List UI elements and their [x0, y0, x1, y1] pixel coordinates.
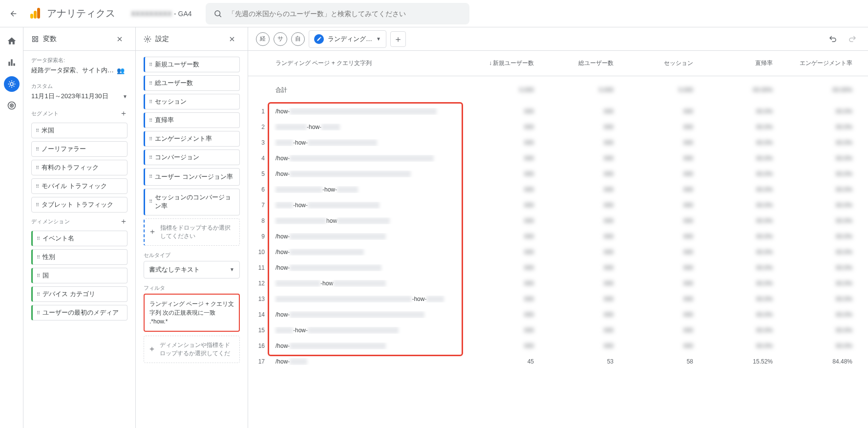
metric-chip[interactable]: ⠿セッション [144, 94, 240, 109]
drag-handle-icon: ⠿ [36, 202, 39, 208]
metric-chip[interactable]: ⠿新規ユーザー数 [144, 57, 240, 72]
add-segment-button[interactable]: ＋ [120, 108, 127, 119]
dimensions-label: ディメンション [31, 218, 70, 225]
segment-chip[interactable]: ⠿ノーリファラー [31, 141, 127, 157]
table-row: 2google-xxxx-how-to-xxxx00000000000.0%00… [248, 119, 868, 135]
svg-point-7 [11, 105, 12, 106]
table-row: 15xxxxxx-how-to-include-referrer-google-… [248, 322, 868, 338]
drag-handle-icon: ⠿ [149, 62, 152, 67]
filter-label: フィルタ [144, 284, 240, 292]
table-row: 3xxxxxx-how-to-analyze-twitter-analytics… [248, 135, 868, 150]
col-sessions[interactable]: セッション [621, 59, 701, 67]
exploration-name-label: データ探索名: [31, 57, 127, 64]
col-bounce-rate[interactable]: 直帰率 [701, 59, 781, 67]
segment-chip[interactable]: ⠿モバイル トラフィック [31, 178, 127, 194]
drag-handle-icon: ⠿ [37, 255, 40, 260]
close-settings-button[interactable] [224, 31, 240, 47]
caret-down-icon: ▼ [230, 267, 234, 272]
drag-handle-icon: ⠿ [149, 136, 152, 142]
dimension-chip[interactable]: ⠿国 [31, 268, 127, 283]
tab-free[interactable]: 自 [291, 32, 305, 46]
table-row: 14/how-to-set-up-and-use-a-prism-campaig… [248, 307, 868, 322]
drag-handle-icon: ⠿ [37, 273, 40, 278]
table-row: 10/how-to-find-page-views-source-in00000… [248, 244, 868, 260]
segment-chip[interactable]: ⠿米国 [31, 123, 127, 138]
table-row: 17/how-xxxxxx45535815.52%84.48% [248, 354, 868, 369]
variables-panel: 変数 データ探索名: 経路データ探索、サイト内… 👥 カスタム 11月1日～20… [23, 27, 136, 428]
svg-rect-9 [36, 36, 38, 38]
filter-condition[interactable]: ランディング ページ + クエリ文字列 次の正規表現に一致 .*how.* [144, 294, 240, 332]
col-total-users[interactable]: 総ユーザー数 [542, 59, 621, 67]
table-row: 9/how-to-use-search-function-of-google-a… [248, 229, 868, 244]
close-variables-button[interactable] [112, 31, 127, 47]
drag-handle-icon: ⠿ [37, 310, 40, 316]
drag-handle-icon: ⠿ [36, 147, 39, 152]
undo-button[interactable] [825, 31, 841, 47]
col-new-users[interactable]: 新規ユーザー数 [462, 59, 542, 67]
settings-panel: 設定 ⠿新規ユーザー数⠿総ユーザー数⠿セッション⠿直帰率⠿エンゲージメント率⠿コ… [136, 27, 248, 428]
search-box[interactable] [206, 3, 469, 24]
table-row: 11/how-to-use-the-yahoo-ads-management00… [248, 260, 868, 276]
property-name: XXXXXXXXX [131, 10, 172, 18]
variables-icon [31, 35, 39, 43]
dimension-chip[interactable]: ⠿イベント名 [31, 231, 127, 246]
add-dimension-button[interactable]: ＋ [120, 216, 127, 227]
metric-chip[interactable]: ⠿セッションのコンバージョン率 [144, 189, 240, 215]
tab-path[interactable]: 経 [256, 32, 270, 46]
search-input[interactable] [228, 10, 462, 18]
segment-chip[interactable]: ⠿タブレット トラフィック [31, 197, 127, 213]
tab-landing-active[interactable]: ランディング… ▼ [309, 30, 386, 48]
search-icon [213, 9, 222, 18]
dimension-chip[interactable]: ⠿デバイス カテゴリ [31, 286, 127, 302]
svg-point-0 [215, 11, 220, 16]
nav-reports-icon[interactable] [4, 55, 20, 70]
ga-logo-icon [29, 8, 41, 20]
table-row: 13xxxxxx 13-reasons-why-listing-ads-are-… [248, 291, 868, 307]
nav-explore-icon[interactable] [4, 76, 20, 92]
drag-handle-icon: ⠿ [149, 118, 152, 123]
app-title: アナリティクス [47, 7, 115, 20]
data-table: ランディング ページ + クエリ文字列 新規ユーザー数 総ユーザー数 セッション… [248, 51, 868, 428]
segment-chip[interactable]: ⠿有料のトラフィック [31, 160, 127, 175]
table-total-row: 合計 0,0000,0000,00000.00%00.00% [248, 76, 868, 104]
caret-down-icon: ▼ [123, 94, 127, 99]
dimension-chip[interactable]: ⠿性別 [31, 249, 127, 265]
svg-rect-1 [8, 62, 10, 65]
pencil-icon [314, 34, 324, 44]
metric-chip[interactable]: ⠿直帰率 [144, 112, 240, 128]
plus-icon: ＋ [148, 344, 156, 354]
redo-button[interactable] [845, 31, 860, 47]
property-suffix: - GA4 [174, 10, 192, 18]
cell-type-select[interactable]: 書式なしテキスト ▼ [144, 261, 240, 278]
metric-chip[interactable]: ⠿ユーザー コンバージョン率 [144, 168, 240, 186]
tab-site[interactable]: サ [274, 32, 287, 46]
date-range[interactable]: 11月1日～2023年11月30日 ▼ [31, 92, 127, 101]
nav-advertising-icon[interactable] [4, 98, 20, 113]
table-row: 16/how-to-set-google-analytics-cross-dom… [248, 338, 868, 354]
col-landing-page[interactable]: ランディング ページ + クエリ文字列 [272, 59, 462, 67]
table-row: 4/how-to-set-up-cross-domain-tracking-in… [248, 150, 868, 166]
dimension-chip[interactable]: ⠿ユーザーの最初のメディア [31, 305, 127, 321]
table-row: 12the-sub-xxxxxxxx-how-to-arrange-column… [248, 276, 868, 291]
drag-handle-icon: ⠿ [36, 165, 39, 171]
content-area: 経 サ 自 ランディング… ▼ ＋ [248, 27, 868, 428]
metric-chip[interactable]: ⠿コンバージョン [144, 150, 240, 165]
metrics-drop-target[interactable]: ＋ 指標をドロップするか選択してください [144, 218, 240, 246]
metric-chip[interactable]: ⠿エンゲージメント率 [144, 131, 240, 147]
col-engagement-rate[interactable]: エンゲージメント率 [781, 59, 860, 67]
drag-handle-icon: ⠿ [36, 184, 39, 189]
caret-down-icon: ▼ [376, 36, 381, 42]
table-row: 7xxxxxx-how-to-distinguish-the-screen-xx… [248, 197, 868, 213]
drag-handle-icon: ⠿ [149, 99, 152, 105]
add-tab-button[interactable]: ＋ [390, 31, 406, 47]
nav-rail [0, 27, 23, 428]
metric-chip[interactable]: ⠿総ユーザー数 [144, 75, 240, 91]
drag-handle-icon: ⠿ [149, 81, 152, 86]
gear-icon [144, 35, 151, 43]
plus-icon: ＋ [148, 227, 156, 237]
table-row: 1/how-to-use-twitter-analytics-and-4-eff… [248, 104, 868, 119]
exploration-name[interactable]: 経路データ探索、サイト内… 👥 [31, 66, 127, 75]
back-button[interactable] [4, 4, 23, 23]
filter-drop-target[interactable]: ＋ ディメンションや指標をドロップするか選択してくだ [144, 336, 240, 363]
nav-home-icon[interactable] [4, 33, 20, 49]
